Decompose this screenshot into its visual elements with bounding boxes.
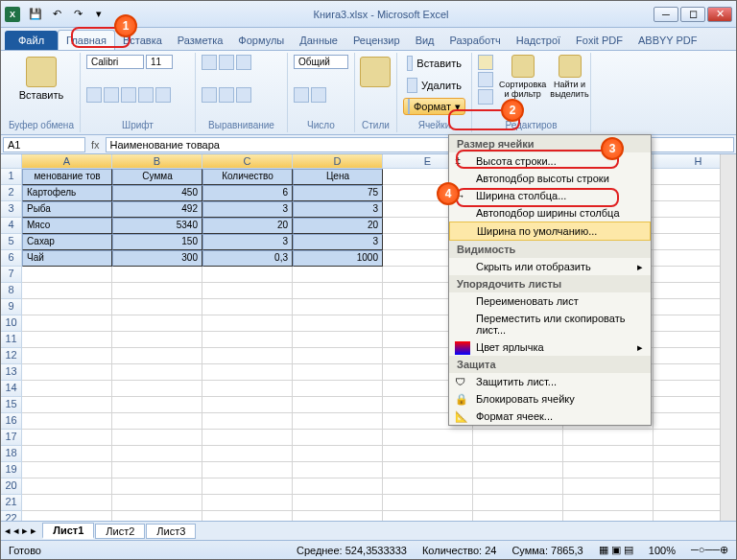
cell-G21[interactable] — [563, 495, 654, 511]
cell-B13[interactable] — [112, 364, 202, 381]
tab-file[interactable]: Файл — [5, 31, 58, 50]
cell-A20[interactable] — [22, 478, 112, 495]
cell-D8[interactable] — [293, 283, 383, 299]
cell-E21[interactable] — [383, 495, 473, 511]
italic-icon[interactable] — [104, 87, 119, 103]
row-header-9[interactable]: 9 — [1, 299, 22, 315]
cell-B15[interactable] — [112, 397, 202, 413]
row-header-19[interactable]: 19 — [1, 462, 22, 478]
cell-E17[interactable] — [383, 430, 473, 446]
cell-C8[interactable] — [202, 283, 293, 299]
cell-B12[interactable] — [112, 348, 202, 364]
cell-D4[interactable]: 20 — [293, 218, 383, 234]
tab-layout[interactable]: Разметка — [170, 31, 231, 50]
align-left-icon[interactable] — [202, 87, 217, 103]
cell-C15[interactable] — [202, 397, 293, 413]
cell-D3[interactable]: 3 — [293, 201, 383, 218]
find-select-button[interactable]: Найти и выделить — [548, 55, 590, 105]
cell-A15[interactable] — [22, 397, 112, 413]
vertical-scrollbar[interactable] — [720, 154, 736, 521]
cell-A11[interactable] — [22, 332, 112, 348]
row-header-13[interactable]: 13 — [1, 364, 22, 381]
insert-cells-button[interactable]: Вставить — [403, 55, 465, 72]
cell-F18[interactable] — [473, 446, 563, 462]
cell-C10[interactable] — [202, 315, 293, 332]
cell-D13[interactable] — [293, 364, 383, 381]
col-header-B[interactable]: B — [112, 154, 202, 169]
align-top-icon[interactable] — [202, 55, 217, 70]
dd-hide-show[interactable]: Скрыть или отобразить▸ — [449, 258, 651, 275]
cell-B18[interactable] — [112, 446, 202, 462]
cell-F21[interactable] — [473, 495, 563, 511]
row-header-4[interactable]: 4 — [1, 218, 22, 234]
dd-format-cells[interactable]: 📐Формат ячеек... — [449, 408, 651, 425]
cell-D19[interactable] — [293, 462, 383, 478]
dd-tab-color[interactable]: Цвет ярлычка▸ — [449, 338, 651, 356]
tab-foxit[interactable]: Foxit PDF — [568, 31, 630, 50]
row-header-7[interactable]: 7 — [1, 267, 22, 283]
cell-C20[interactable] — [202, 478, 293, 495]
dd-protect-sheet[interactable]: 🛡Защитить лист... — [449, 373, 651, 390]
cell-C14[interactable] — [202, 381, 293, 397]
row-header-12[interactable]: 12 — [1, 348, 22, 364]
cell-B4[interactable]: 5340 — [112, 218, 202, 234]
cell-C6[interactable]: 0,3 — [202, 250, 293, 267]
minimize-button[interactable]: ─ — [654, 7, 678, 22]
cell-E18[interactable] — [383, 446, 473, 462]
tab-developer[interactable]: Разработч — [442, 31, 509, 50]
cell-B19[interactable] — [112, 462, 202, 478]
cell-D10[interactable] — [293, 315, 383, 332]
cell-D1[interactable]: Цена — [293, 169, 383, 185]
maximize-button[interactable]: ◻ — [680, 7, 705, 22]
cell-A4[interactable]: Мясо — [22, 218, 112, 234]
cell-C16[interactable] — [202, 413, 293, 430]
qat-redo-icon[interactable]: ↷ — [68, 6, 87, 23]
number-format-selector[interactable]: Общий — [294, 55, 348, 69]
autosum-icon[interactable] — [478, 55, 493, 70]
cell-B9[interactable] — [112, 299, 202, 315]
cell-A18[interactable] — [22, 446, 112, 462]
row-header-8[interactable]: 8 — [1, 283, 22, 299]
align-middle-icon[interactable] — [219, 55, 234, 70]
tab-addins[interactable]: Надстрої — [509, 31, 568, 50]
row-header-11[interactable]: 11 — [1, 332, 22, 348]
cell-A6[interactable]: Чай — [22, 250, 112, 267]
cell-A5[interactable]: Сахар — [22, 234, 112, 250]
row-header-5[interactable]: 5 — [1, 234, 22, 250]
row-header-1[interactable]: 1 — [1, 169, 22, 185]
cell-C9[interactable] — [202, 299, 293, 315]
clear-icon[interactable] — [478, 89, 493, 105]
cell-B11[interactable] — [112, 332, 202, 348]
sheet-tab-1[interactable]: Лист1 — [42, 523, 94, 539]
col-header-D[interactable]: D — [293, 154, 383, 169]
cell-G17[interactable] — [563, 430, 654, 446]
cell-F20[interactable] — [473, 478, 563, 495]
sheet-tab-2[interactable]: Лист2 — [95, 524, 145, 539]
cell-B14[interactable] — [112, 381, 202, 397]
cell-A16[interactable] — [22, 413, 112, 430]
cell-D15[interactable] — [293, 397, 383, 413]
qat-undo-icon[interactable]: ↶ — [47, 6, 66, 23]
sheet-tab-3[interactable]: Лист3 — [146, 524, 196, 539]
cell-D9[interactable] — [293, 299, 383, 315]
cell-D20[interactable] — [293, 478, 383, 495]
cell-A8[interactable] — [22, 283, 112, 299]
cell-C21[interactable] — [202, 495, 293, 511]
currency-icon[interactable] — [294, 87, 309, 103]
cell-C17[interactable] — [202, 430, 293, 446]
cell-C5[interactable]: 3 — [202, 234, 293, 250]
cell-B3[interactable]: 492 — [112, 201, 202, 218]
cell-B6[interactable]: 300 — [112, 250, 202, 267]
cell-D2[interactable]: 75 — [293, 185, 383, 201]
cell-A2[interactable]: Картофель — [22, 185, 112, 201]
zoom-level[interactable]: 100% — [649, 545, 676, 556]
fill-icon[interactable] — [478, 72, 493, 87]
cell-D6[interactable]: 1000 — [293, 250, 383, 267]
cell-B8[interactable] — [112, 283, 202, 299]
cell-A10[interactable] — [22, 315, 112, 332]
cell-F17[interactable] — [473, 430, 563, 446]
cell-A21[interactable] — [22, 495, 112, 511]
cell-D17[interactable] — [293, 430, 383, 446]
cell-C19[interactable] — [202, 462, 293, 478]
font-selector[interactable]: Calibri — [86, 55, 144, 69]
